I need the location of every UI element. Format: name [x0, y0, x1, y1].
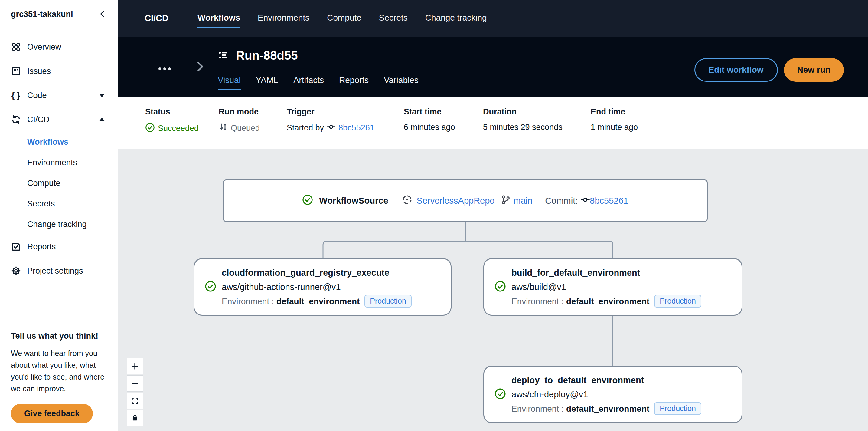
- sidebar-item-label: Code: [27, 91, 47, 100]
- lock-view-button[interactable]: [127, 410, 143, 426]
- tab-artifacts[interactable]: Artifacts: [293, 75, 324, 90]
- top-navigation: CI/CD Workflows Environments Compute Sec…: [118, 0, 868, 37]
- sidebar-item-reports[interactable]: Reports: [0, 235, 118, 259]
- tab-visual[interactable]: Visual: [218, 75, 241, 90]
- zoom-in-button[interactable]: [127, 358, 143, 374]
- sidebar-item-overview[interactable]: Overview: [0, 35, 118, 59]
- sidebar-item-label: Secrets: [27, 199, 55, 208]
- topnav-tab-compute[interactable]: Compute: [327, 13, 362, 28]
- trigger-column: Trigger Started by 8bc55261: [287, 107, 404, 149]
- gear-icon: [11, 266, 21, 276]
- status-column: Status Succeeded: [145, 107, 219, 149]
- action-identifier: aws/cfn-deploy@v1: [512, 387, 701, 402]
- trigger-commit-link[interactable]: 8bc55261: [338, 123, 374, 133]
- run-status-bar: Status Succeeded Run mode Queued Trigger…: [118, 97, 868, 149]
- production-badge: Production: [654, 402, 701, 415]
- sidebar-item-workflows[interactable]: Workflows: [0, 132, 118, 152]
- duration-value: 5 minutes 29 seconds: [483, 122, 591, 132]
- action-node-build[interactable]: build_for_default_environment aws/build@…: [483, 258, 743, 316]
- environment-separator: :: [561, 402, 564, 416]
- topnav-tab-change-tracking[interactable]: Change tracking: [425, 13, 487, 28]
- tab-variables[interactable]: Variables: [384, 75, 418, 90]
- end-time-column: End time 1 minute ago: [591, 107, 638, 149]
- production-badge: Production: [365, 295, 412, 308]
- end-time-value: 1 minute ago: [591, 122, 638, 132]
- sidebar-item-label: Overview: [27, 42, 61, 52]
- environment-label: Environment: [512, 402, 559, 416]
- cicd-sync-icon: [11, 114, 21, 125]
- trigger-prefix: Started by: [287, 123, 324, 133]
- header-buttons: Edit workflow New run: [694, 58, 844, 82]
- overview-icon: [11, 42, 21, 52]
- action-title: deploy_to_default_environment: [512, 373, 701, 387]
- sidebar-item-code[interactable]: { } Code: [0, 83, 118, 108]
- give-feedback-button[interactable]: Give feedback: [11, 404, 93, 424]
- sidebar-item-label: Compute: [27, 179, 61, 188]
- environment-name: default_environment: [566, 402, 649, 416]
- source-node-title: WorkflowSource: [319, 196, 388, 206]
- environment-name: default_environment: [566, 294, 649, 309]
- sidebar-item-issues[interactable]: Issues: [0, 59, 118, 83]
- success-check-icon: [145, 122, 155, 134]
- chevron-down-icon[interactable]: [99, 93, 105, 97]
- environment-name: default_environment: [276, 294, 360, 309]
- new-run-button[interactable]: New run: [784, 58, 844, 82]
- chevron-right-icon[interactable]: [193, 60, 207, 75]
- branch-link[interactable]: main: [513, 196, 532, 206]
- project-sidebar: grc351-takakuni Overview Issues { } Code: [0, 0, 118, 431]
- sidebar-item-label: Workflows: [27, 137, 68, 147]
- action-title: build_for_default_environment: [512, 266, 701, 280]
- zoom-out-button[interactable]: [127, 375, 143, 392]
- workflow-canvas[interactable]: WorkflowSource ServerlessAppRepo main Co…: [118, 149, 868, 431]
- sidebar-item-cicd[interactable]: CI/CD: [0, 108, 118, 132]
- success-check-icon: [205, 281, 216, 293]
- sidebar-item-label: Project settings: [27, 266, 83, 276]
- tab-yaml[interactable]: YAML: [256, 75, 278, 90]
- sidebar-item-environments[interactable]: Environments: [0, 152, 118, 173]
- repository-link[interactable]: ServerlessAppRepo: [417, 196, 495, 206]
- sidebar-item-label: Issues: [27, 66, 51, 76]
- run-mode-value: Queued: [219, 122, 287, 134]
- workflow-run-icon: [218, 49, 229, 62]
- environment-label: Environment: [512, 294, 559, 309]
- success-check-icon: [302, 194, 313, 207]
- more-actions-icon[interactable]: [157, 66, 173, 72]
- sidebar-item-secrets[interactable]: Secrets: [0, 193, 118, 214]
- status-text: Succeeded: [158, 124, 199, 133]
- action-title: cloudformation_guard_registry_execute: [222, 266, 412, 280]
- sidebar-item-change-tracking[interactable]: Change tracking: [0, 214, 118, 235]
- sidebar-item-label: Change tracking: [27, 220, 87, 229]
- run-tabs: Visual YAML Artifacts Reports Variables: [218, 75, 434, 90]
- duration-column: Duration 5 minutes 29 seconds: [483, 107, 591, 149]
- feedback-title: Tell us what you think!: [11, 332, 107, 341]
- sidebar-header: grc351-takakuni: [0, 0, 118, 29]
- run-header: Run-88d55 Visual YAML Artifacts Reports …: [118, 37, 868, 97]
- sidebar-item-label: Reports: [27, 242, 56, 252]
- canvas-zoom-controls: [127, 358, 143, 427]
- action-node-deploy[interactable]: deploy_to_default_environment aws/cfn-de…: [483, 366, 743, 423]
- action-node-cloudformation-guard[interactable]: cloudformation_guard_registry_execute aw…: [193, 258, 452, 316]
- tab-reports[interactable]: Reports: [339, 75, 369, 90]
- section-title: CI/CD: [145, 13, 168, 23]
- commit-label: Commit:: [545, 196, 578, 206]
- repository-icon: [402, 194, 412, 207]
- feedback-panel: Tell us what you think! We want to hear …: [0, 322, 118, 424]
- run-title-row: Run-88d55: [218, 49, 298, 62]
- workflow-source-node[interactable]: WorkflowSource ServerlessAppRepo main Co…: [223, 179, 708, 222]
- fit-view-button[interactable]: [127, 393, 143, 409]
- topnav-tab-workflows[interactable]: Workflows: [197, 13, 240, 28]
- commit-icon: [327, 122, 335, 133]
- edit-workflow-button[interactable]: Edit workflow: [694, 58, 778, 82]
- sidebar-item-compute[interactable]: Compute: [0, 173, 118, 193]
- topnav-tab-secrets[interactable]: Secrets: [379, 13, 408, 28]
- topnav-tab-environments[interactable]: Environments: [258, 13, 309, 28]
- chevron-up-icon[interactable]: [99, 118, 105, 121]
- sidebar-item-project-settings[interactable]: Project settings: [0, 259, 118, 283]
- sidebar-collapse-icon[interactable]: [98, 9, 107, 20]
- trigger-label: Trigger: [287, 107, 404, 117]
- feedback-body: We want to hear from you about what you …: [11, 347, 107, 395]
- sidebar-nav: Overview Issues { } Code CI/CD Workflows…: [0, 29, 118, 283]
- issues-board-icon: [11, 66, 21, 76]
- commit-link[interactable]: 8bc55261: [590, 196, 628, 206]
- sidebar-item-label: CI/CD: [27, 115, 50, 124]
